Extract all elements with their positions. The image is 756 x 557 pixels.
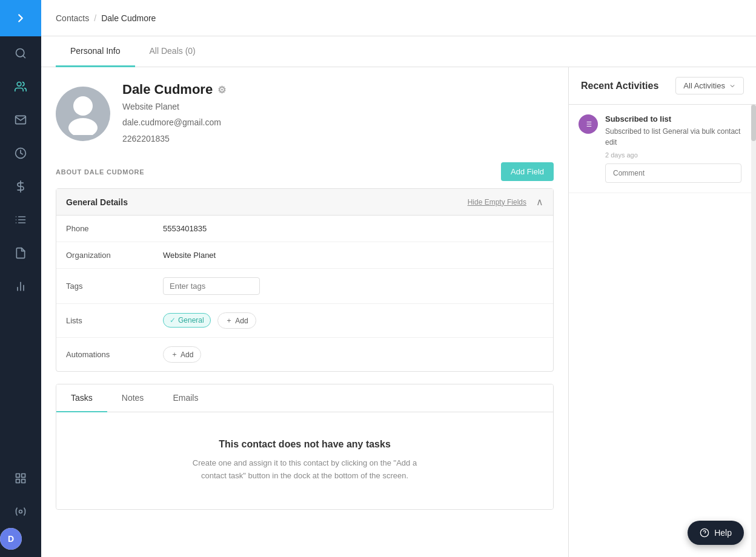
breadcrumb-parent[interactable]: Contacts: [56, 13, 89, 23]
svg-point-19: [73, 96, 93, 116]
add-automation-plus-icon: ＋: [171, 349, 178, 360]
list-badge-general: ✓ General: [163, 313, 211, 328]
activity-feed-wrapper: Subscribed to list Subscribed to list Ge…: [569, 105, 756, 557]
add-list-button[interactable]: ＋ Add: [217, 312, 256, 329]
right-panel: Recent Activities All Activities: [568, 67, 756, 557]
inner-tab-emails[interactable]: Emails: [158, 384, 213, 412]
about-title: ABOUT DALE CUDMORE: [56, 168, 144, 176]
inner-tab-notes[interactable]: Notes: [107, 384, 159, 412]
subscribed-icon: [579, 114, 598, 134]
svg-line-1: [23, 55, 25, 58]
content-area: Dale Cudmore ⚙ Website Planet dale.cudmo…: [41, 67, 756, 557]
general-details-card: General Details Hide Empty Fields ∧ Phon…: [56, 188, 554, 372]
profile-company: Website Planet: [122, 100, 226, 113]
about-header: ABOUT DALE CUDMORE Add Field: [56, 162, 554, 181]
page-tabs: Personal Info All Deals (0): [41, 36, 756, 67]
activity-description: Subscribed to list General via bulk cont…: [605, 126, 741, 148]
right-panel-title: Recent Activities: [581, 81, 658, 91]
profile-avatar: [56, 87, 110, 141]
tags-label: Tags: [66, 282, 163, 291]
no-tasks-title: This contact does not have any tasks: [219, 439, 391, 450]
svg-point-18: [19, 510, 22, 513]
field-organization: Organization Website Planet: [56, 242, 553, 269]
lists-value: ✓ General ＋ Add: [163, 312, 543, 329]
lists-label: Lists: [66, 316, 163, 325]
activity-item: Subscribed to list Subscribed to list Ge…: [569, 105, 751, 193]
activity-icon-col: [579, 114, 598, 183]
activity-title: Subscribed to list: [605, 114, 741, 124]
activity-feed: Subscribed to list Subscribed to list Ge…: [569, 105, 756, 557]
activities-dropdown[interactable]: All Activities: [675, 77, 744, 94]
right-panel-header: Recent Activities All Activities: [569, 67, 756, 105]
tags-input[interactable]: [163, 277, 260, 295]
profile-gear-icon[interactable]: ⚙: [217, 84, 226, 96]
left-panel: Dale Cudmore ⚙ Website Planet dale.cudmo…: [41, 67, 568, 557]
dropdown-chevron-icon: [729, 82, 736, 90]
field-tags: Tags: [56, 269, 553, 304]
inner-tabs: Tasks Notes Emails This contact does not…: [56, 384, 554, 510]
scrollbar-track: [751, 105, 756, 557]
phone-value: 5553401835: [163, 224, 543, 233]
field-lists: Lists ✓ General ＋ Add: [56, 304, 553, 338]
inner-tab-content: This contact does not have any tasks Cre…: [56, 412, 553, 509]
breadcrumb-separator: /: [94, 13, 96, 23]
sidebar-item-pages[interactable]: [0, 461, 41, 495]
phone-label: Phone: [66, 224, 163, 233]
hide-empty-link[interactable]: Hide Empty Fields: [468, 198, 526, 206]
org-label: Organization: [66, 251, 163, 260]
sidebar-item-settings[interactable]: [0, 495, 41, 528]
sidebar-bottom: D: [0, 461, 41, 557]
tab-all-deals[interactable]: All Deals (0): [135, 36, 210, 67]
sidebar-logo[interactable]: [0, 0, 41, 36]
topnav: Contacts / Dale Cudmore: [41, 0, 756, 36]
breadcrumb-current: Dale Cudmore: [101, 13, 156, 23]
field-automations: Automations ＋ Add: [56, 338, 553, 371]
svg-point-2: [17, 82, 21, 86]
inner-tab-bar: Tasks Notes Emails: [56, 384, 553, 412]
automations-label: Automations: [66, 350, 163, 359]
sidebar: D: [0, 0, 41, 557]
sidebar-item-reports[interactable]: [0, 269, 41, 303]
details-header: General Details Hide Empty Fields ∧: [56, 189, 553, 216]
profile-email: dale.cudmore@gmail.com: [122, 116, 226, 129]
details-header-actions: Hide Empty Fields ∧: [468, 196, 543, 208]
svg-rect-16: [22, 479, 25, 483]
add-field-button[interactable]: Add Field: [501, 162, 554, 181]
sidebar-item-revenue[interactable]: [0, 170, 41, 203]
collapse-button[interactable]: ∧: [536, 196, 543, 208]
svg-point-20: [68, 118, 98, 135]
tab-personal-info[interactable]: Personal Info: [56, 36, 135, 67]
profile-info: Dale Cudmore ⚙ Website Planet dale.cudmo…: [122, 82, 226, 145]
list-check-icon: ✓: [170, 316, 176, 325]
svg-rect-14: [16, 473, 20, 477]
no-tasks-desc: Create one and assign it to this contact…: [190, 457, 420, 483]
sidebar-item-documents[interactable]: [0, 236, 41, 269]
sidebar-item-lists[interactable]: [0, 203, 41, 236]
comment-input[interactable]: [605, 163, 741, 183]
activity-body: Subscribed to list Subscribed to list Ge…: [605, 114, 741, 183]
org-value: Website Planet: [163, 251, 543, 260]
add-list-plus-icon: ＋: [225, 315, 233, 326]
main-content: Contacts / Dale Cudmore Personal Info Al…: [41, 0, 756, 557]
sidebar-item-contacts[interactable]: [0, 70, 41, 103]
automations-value: ＋ Add: [163, 346, 543, 363]
help-circle-icon: [700, 528, 709, 538]
inner-tab-tasks[interactable]: Tasks: [56, 384, 107, 412]
breadcrumb: Contacts / Dale Cudmore: [56, 13, 156, 23]
profile-phone: 2262201835: [122, 132, 226, 145]
svg-rect-17: [16, 479, 20, 483]
sidebar-item-email[interactable]: [0, 103, 41, 136]
scrollbar-thumb: [751, 105, 756, 141]
sidebar-item-search[interactable]: [0, 36, 41, 70]
activity-time: 2 days ago: [605, 151, 741, 159]
sidebar-item-analytics[interactable]: [0, 136, 41, 170]
details-title: General Details: [66, 197, 128, 207]
svg-rect-15: [22, 473, 25, 477]
profile-name: Dale Cudmore ⚙: [122, 82, 226, 97]
user-avatar[interactable]: D: [0, 528, 22, 550]
profile-header: Dale Cudmore ⚙ Website Planet dale.cudmo…: [56, 82, 554, 145]
add-automation-button[interactable]: ＋ Add: [163, 346, 201, 363]
field-phone: Phone 5553401835: [56, 216, 553, 242]
help-button[interactable]: Help: [688, 521, 744, 545]
